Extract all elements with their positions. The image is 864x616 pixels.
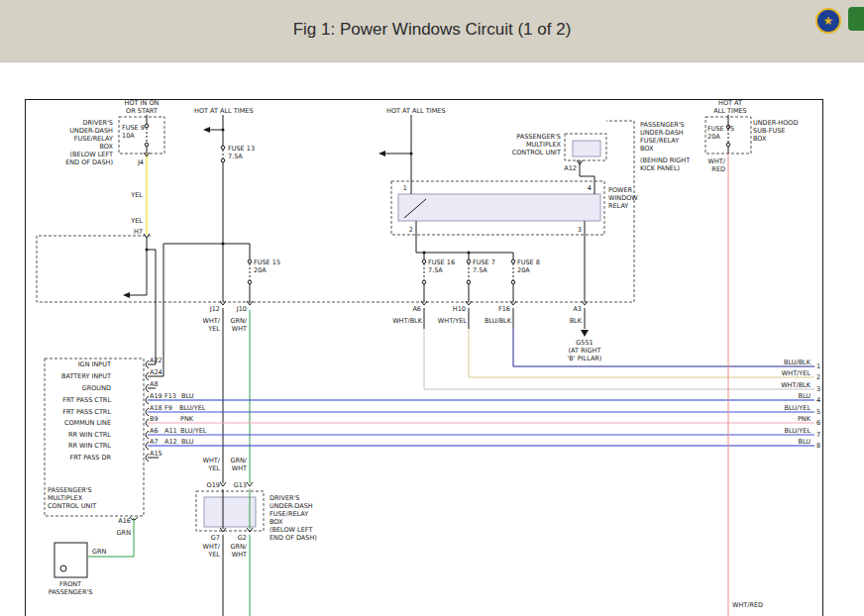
inner-boxes	[204, 141, 600, 527]
lrow1-id: F9	[164, 404, 172, 412]
conn-g7: G7	[211, 534, 220, 542]
pin-name-6: RR WIN CTRL	[68, 431, 111, 439]
fuse8-amp: 20A	[517, 266, 530, 274]
mid-whtyel-l1: WHT/	[203, 457, 221, 464]
whtred-l1: WHT/	[708, 157, 726, 165]
rrow0-color: BLU/BLK	[784, 359, 811, 366]
fuse9-name: FUSE 9	[122, 124, 145, 132]
rrow7-color: BLU	[798, 438, 810, 446]
bottom-whtred: WHT/RED	[732, 601, 763, 609]
pin-id-3: A19	[150, 392, 162, 400]
conn-a12: A12	[564, 164, 577, 172]
pin-id-5: B9	[150, 415, 159, 423]
low-whtyel-l2: YEL	[207, 551, 220, 559]
pin-name-8: FRT PASS DR	[69, 454, 111, 462]
pin-id-4: A18	[150, 404, 162, 412]
a6-wire: WHT/BLK	[392, 317, 423, 325]
underhood-l0: UNDER-HOOD	[753, 119, 798, 127]
lrow0-color: BLU	[181, 392, 194, 400]
pin-name-3: FRT PASS CTRL	[62, 396, 111, 404]
pin-id-6: A6	[150, 427, 159, 435]
pin-name-7: RR WIN CTRL	[68, 442, 111, 450]
j10-wire-l2: WHT	[232, 325, 247, 333]
driver-top-l4: (BELOW LEFT	[70, 151, 113, 158]
rrow3-color: BLU	[798, 392, 810, 400]
conn-h10: H10	[453, 305, 466, 313]
fuse13-amp: 7.5A	[228, 153, 243, 160]
pass-fusebox-l3: BOX	[640, 145, 654, 153]
fuse8-name: FUSE 8	[517, 258, 540, 266]
blu-blk-wire	[513, 329, 814, 366]
pin-id-7: A7	[150, 438, 159, 446]
whtred-l2: RED	[711, 165, 725, 173]
favorite-star-icon[interactable]: ★	[815, 8, 841, 34]
pass-fusebox-l5: KICK PANEL)	[640, 164, 680, 172]
conn-a3: A3	[573, 305, 582, 313]
lrow4-color: BLU	[181, 438, 194, 446]
rrow2-color: WHT/BLK	[781, 381, 811, 389]
pin-id-8: A15	[150, 450, 162, 458]
low-grnwht-l1: GRN/	[230, 543, 247, 551]
source-hot3: HOT AT ALL TIMES	[386, 107, 446, 115]
junction-dots	[146, 129, 471, 255]
mid-whtyel-l2: YEL	[207, 464, 220, 472]
fuse16-amp: 7.5A	[428, 266, 443, 274]
j12-wire-l1: WHT/	[203, 317, 221, 325]
conn-a6: A6	[412, 305, 421, 313]
grn-wires	[87, 310, 250, 616]
mux-top-l0: PASSENGER'S	[516, 133, 561, 141]
pass-fusebox-l1: UNDER-DASH	[640, 129, 684, 137]
lrow3-id: A11	[164, 427, 177, 435]
front-passenger-l0: FRONT	[59, 580, 81, 588]
title-bar: Fig 1: Power Windows Circuit (1 of 2) ★	[0, 0, 864, 62]
rrow6-num: 7	[816, 431, 820, 439]
motor-icon	[60, 565, 66, 571]
lrow1-color: BLU/YEL	[179, 404, 206, 412]
figure-title: Fig 1: Power Windows Circuit (1 of 2)	[0, 20, 864, 40]
green-corner-icon[interactable]	[848, 7, 864, 31]
low-grnwht-l2: WHT	[232, 551, 247, 559]
conn-h7: H7	[134, 228, 143, 236]
h10-wire: WHT/YEL	[438, 317, 468, 325]
driver-fusebox-body	[204, 497, 256, 527]
driver-bottom-l2: FUSE/RELAY	[270, 510, 308, 518]
underhood-l1: SUB-FUSE	[753, 127, 785, 135]
pin-name-5: COMMUN LINE	[64, 419, 111, 427]
rrow3-num: 4	[816, 396, 820, 404]
pin-name-1: BATTERY INPUT	[61, 372, 111, 380]
fuse15-name: FUSE 15	[254, 258, 280, 266]
rrow6-color: BLU/YEL	[785, 427, 811, 435]
front-passenger-box	[54, 543, 87, 577]
fuse75-name: FUSE 75	[707, 125, 734, 133]
relay-t4: 4	[588, 184, 592, 192]
wiring-diagram: HOT IN ON OR START HOT AT ALL TIMES HOT …	[0, 61, 864, 616]
source-or-start: OR START	[126, 107, 158, 115]
driver-top-l3: BOX	[100, 143, 114, 151]
mid-grnwht-l1: GRN/	[230, 457, 247, 464]
rrow1-num: 2	[816, 373, 820, 381]
mux-left-l0: PASSENGER'S	[48, 486, 92, 494]
conn-j4: J4	[137, 158, 144, 166]
ground-loc1: (AT RIGHT	[569, 347, 601, 355]
fuse75-amp: 20A	[707, 133, 720, 141]
source-hot-in-on: HOT IN ON	[125, 99, 160, 107]
driver-top-l1: UNDER-DASH	[69, 127, 113, 135]
ground-id: G551	[576, 339, 593, 347]
fuse9-amp: 10A	[122, 132, 135, 140]
mux-left-l1: MULTIPLEX	[48, 494, 83, 502]
pin-socket-icons	[130, 360, 149, 520]
relay-body	[398, 194, 600, 221]
mid-grnwht-l2: WHT	[232, 464, 247, 472]
source-hot4b: ALL TIMES	[713, 107, 746, 115]
rrow4-num: 5	[816, 408, 820, 416]
pin-name-4: FRT PASS CTRL	[62, 408, 111, 416]
mux-top-l2: CONTROL UNIT	[512, 149, 561, 156]
rrow4-color: BLU/YEL	[785, 404, 811, 412]
wire-yel-1: YEL	[130, 191, 143, 199]
j12-wire-l2: YEL	[207, 325, 220, 333]
fuse15-amp: 20A	[254, 266, 267, 274]
conn-f16: F16	[498, 305, 510, 313]
pass-fusebox-l0: PASSENGER'S	[640, 121, 685, 129]
lrow0-id: F13	[164, 392, 176, 400]
driver-bottom-l5: END OF DASH)	[270, 534, 317, 542]
